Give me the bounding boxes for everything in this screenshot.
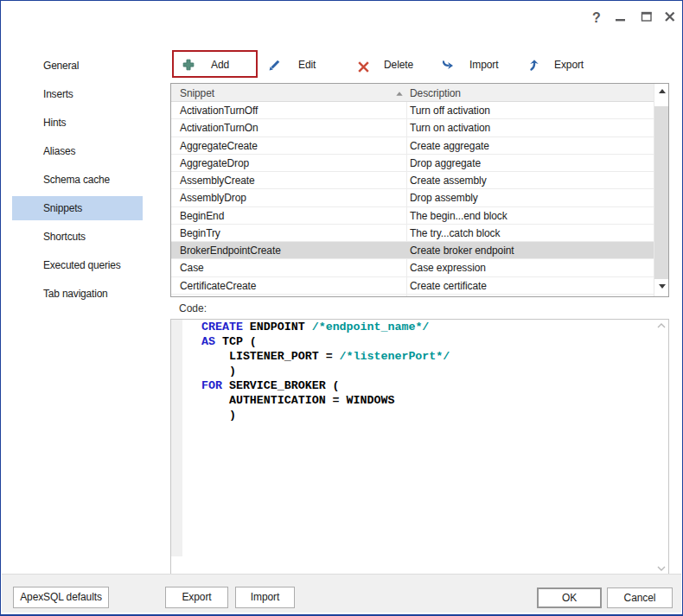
svg-text:?: ? [592,10,601,25]
